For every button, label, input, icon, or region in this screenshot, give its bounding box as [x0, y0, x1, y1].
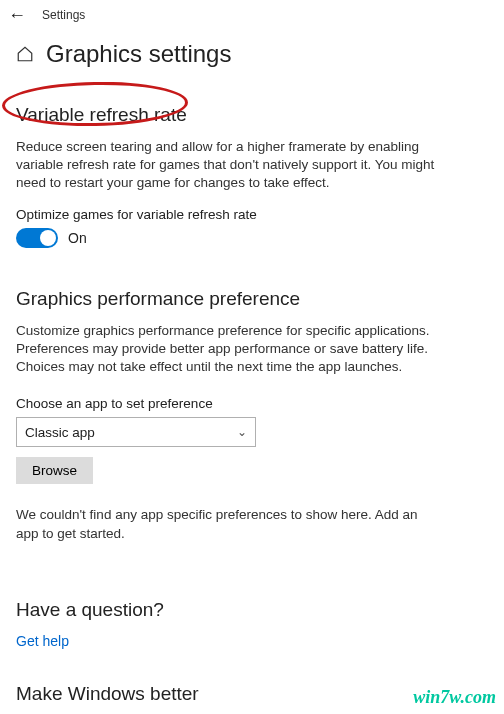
choose-app-label: Choose an app to set preference	[16, 396, 488, 411]
help-heading: Have a question?	[16, 599, 488, 621]
app-title: Settings	[42, 8, 85, 22]
vrr-toggle-label: Optimize games for variable refresh rate	[16, 207, 488, 222]
empty-preferences-text: We couldn't find any app specific prefer…	[16, 506, 436, 542]
watermark: win7w.com	[413, 687, 496, 708]
page-title: Graphics settings	[46, 40, 231, 68]
get-help-link[interactable]: Get help	[16, 633, 488, 649]
chevron-down-icon: ⌄	[237, 425, 247, 439]
vrr-toggle-state: On	[68, 230, 87, 246]
vrr-toggle[interactable]	[16, 228, 58, 248]
select-value: Classic app	[25, 425, 95, 440]
back-icon[interactable]: ←	[8, 6, 26, 24]
perf-heading: Graphics performance preference	[16, 288, 488, 310]
perf-description: Customize graphics performance preferenc…	[16, 322, 436, 377]
toggle-knob	[40, 230, 56, 246]
app-type-select[interactable]: Classic app ⌄	[16, 417, 256, 447]
page-title-row: Graphics settings	[0, 26, 504, 76]
vrr-description: Reduce screen tearing and allow for a hi…	[16, 138, 436, 193]
top-bar: ← Settings	[0, 0, 504, 26]
vrr-heading: Variable refresh rate	[16, 104, 488, 126]
browse-button[interactable]: Browse	[16, 457, 93, 484]
home-icon[interactable]	[16, 45, 34, 63]
